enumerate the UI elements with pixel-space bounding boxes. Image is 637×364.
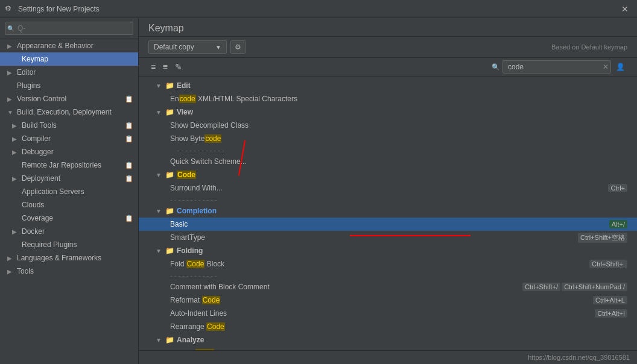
km-item-quick-switch[interactable]: Quick Switch Scheme... <box>139 155 637 168</box>
url-text: https://blog.csdn.net/qq_39816581 <box>528 354 630 361</box>
arrow-spacer <box>12 202 19 209</box>
search-icon: 🔍 <box>492 63 500 71</box>
arrow-icon: ▶ <box>12 228 19 235</box>
sidebar-item-label: Appearance & Behavior <box>17 42 93 50</box>
km-item-surround-with[interactable]: Surround With... Ctrl+ <box>139 181 637 195</box>
arrow-icon: ▶ <box>12 149 19 155</box>
sidebar-item-build-tools[interactable]: ▶ Build Tools 📋 <box>0 119 138 132</box>
arrow-spacer <box>12 56 19 63</box>
sidebar-item-label: Docker <box>22 227 45 236</box>
panel-header: Keymap <box>139 18 637 37</box>
arrow-icon: ▶ <box>7 268 14 275</box>
sidebar-item-appearance[interactable]: ▶ Appearance & Behavior <box>0 39 138 52</box>
arrow-icon: ▶ <box>12 122 19 129</box>
sidebar-item-languages[interactable]: ▶ Languages & Frameworks <box>0 251 138 265</box>
km-group-completion[interactable]: ▼ 📁 Completion <box>139 204 637 218</box>
sidebar-item-remote-jar[interactable]: Remote Jar Repositories 📋 <box>0 158 138 172</box>
sidebar-item-label: Coverage <box>22 214 53 222</box>
km-shortcut-comment1: Ctrl+Shift+/ <box>522 283 560 291</box>
arrow-down-icon: ▼ <box>156 83 164 89</box>
km-shortcut-smarttype: Ctrl+Shift+空格 <box>578 233 627 243</box>
expand-all-button[interactable]: ≡ <box>160 61 170 73</box>
sidebar-item-docker[interactable]: ▶ Docker <box>0 225 138 238</box>
km-label: Edit <box>177 81 627 90</box>
km-item-reformat[interactable]: Reformat Code Ctrl+Alt+L <box>139 293 637 307</box>
keymap-dropdown-value: Default copy <box>154 43 194 51</box>
km-item-rearrange[interactable]: Rearrange Code <box>139 320 637 333</box>
copy-icon: 📋 <box>125 215 133 222</box>
km-shortcut: Ctrl+ <box>608 184 627 192</box>
folder-icon: 📁 <box>165 246 174 255</box>
sidebar-item-clouds[interactable]: Clouds <box>0 198 138 212</box>
km-item-smarttype[interactable]: SmartType Ctrl+Shift+空格 <box>139 231 637 244</box>
sidebar-item-label: Required Plugins <box>22 240 77 249</box>
km-divider-3: - - - - - - - - - - - - <box>139 271 637 280</box>
sidebar-item-label: Languages & Frameworks <box>17 254 101 262</box>
collapse-all-button[interactable]: ≡ <box>148 61 158 73</box>
sidebar-item-label: Build Tools <box>22 121 57 130</box>
km-label: Comment with Block Comment <box>170 283 520 291</box>
gear-button[interactable]: ⚙ <box>230 40 246 54</box>
km-group-analyze[interactable]: ▼ 📁 Analyze <box>139 333 637 347</box>
km-item-show-bytecode[interactable]: Show Bytecode <box>139 132 637 145</box>
km-label: Show Bytecode <box>170 134 627 143</box>
sidebar-item-required-plugins[interactable]: Required Plugins <box>0 238 138 251</box>
search-clear-button[interactable]: ✕ <box>603 63 609 71</box>
km-label: Completion <box>177 207 627 215</box>
km-item-auto-indent[interactable]: Auto-Indent Lines Ctrl+Alt+I <box>139 307 637 320</box>
km-item-basic[interactable]: Basic Alt+/ <box>139 218 637 231</box>
km-shortcut-indent: Ctrl+Alt+I <box>595 309 627 318</box>
highlight-code: code <box>204 134 221 143</box>
sidebar-item-label: Build, Execution, Deployment <box>17 108 112 116</box>
search-right: 🔍 ✕ 👤 <box>492 60 627 74</box>
km-group-folding[interactable]: ▼ 📁 Folding <box>139 244 637 257</box>
folder-icon: 📁 <box>165 171 174 179</box>
sidebar-item-keymap[interactable]: Keymap <box>0 52 138 66</box>
copy-icon: 📋 <box>125 162 133 169</box>
sidebar-item-compiler[interactable]: ▶ Compiler 📋 <box>0 132 138 145</box>
sidebar-item-coverage[interactable]: Coverage 📋 <box>0 212 138 225</box>
km-group-view[interactable]: ▼ 📁 View <box>139 105 637 119</box>
arrow-down-icon: ▼ <box>156 337 164 344</box>
keymap-list: ▼ 📁 Edit Encode XML/HTML Special Charact… <box>139 77 637 350</box>
km-item-comment-block[interactable]: Comment with Block Comment Ctrl+Shift+/ … <box>139 280 637 293</box>
sidebar-item-debugger[interactable]: ▶ Debugger <box>0 145 138 158</box>
arrow-down-icon: ▼ <box>156 172 164 178</box>
folder-icon: 📁 <box>165 336 174 344</box>
sidebar-search-input[interactable] <box>5 22 133 35</box>
edit-button[interactable]: ✎ <box>173 61 185 73</box>
km-shortcut-reformat: Ctrl+Alt+L <box>593 296 627 304</box>
km-label: Quick Switch Scheme... <box>170 157 627 166</box>
km-label: Code <box>177 171 627 179</box>
sidebar-item-label: Plugins <box>17 81 40 90</box>
highlight-code: Code <box>186 260 205 268</box>
km-group-code[interactable]: ▼ 📁 Code <box>139 168 637 181</box>
chevron-down-icon: ▼ <box>215 44 221 51</box>
folder-icon: 📁 <box>165 207 174 215</box>
km-group-edit[interactable]: ▼ 📁 Edit <box>139 79 637 92</box>
sidebar-item-editor[interactable]: ▶ Editor <box>0 66 138 79</box>
arrow-spacer <box>12 189 19 195</box>
sidebar-item-build-execution[interactable]: ▼ Build, Execution, Deployment <box>0 105 138 119</box>
close-button[interactable]: ✕ <box>618 3 632 15</box>
keymap-dropdown[interactable]: Default copy ▼ <box>148 40 227 54</box>
highlight-code: Code <box>177 171 196 179</box>
km-label: Surround With... <box>170 184 606 192</box>
sidebar-item-deployment[interactable]: ▶ Deployment 📋 <box>0 172 138 185</box>
sidebar-item-plugins[interactable]: Plugins <box>0 79 138 92</box>
km-item-show-decompiled[interactable]: Show Decompiled Class <box>139 119 637 132</box>
km-item-fold-code[interactable]: Fold Code Block Ctrl+Shift+. <box>139 257 637 271</box>
based-on-label: Based on Default keymap <box>551 43 627 51</box>
copy-icon: 📋 <box>125 135 133 143</box>
sidebar-item-tools[interactable]: ▶ Tools <box>0 265 138 278</box>
sidebar-item-label: Application Servers <box>22 187 84 196</box>
keymap-search-input[interactable] <box>502 60 611 74</box>
search-options-button[interactable]: 👤 <box>613 61 627 72</box>
sidebar-item-version-control[interactable]: ▶ Version Control 📋 <box>0 92 138 105</box>
km-label: Rearrange Code <box>170 322 627 331</box>
arrow-spacer <box>12 162 19 169</box>
window-title: Settings for New Projects <box>18 5 618 13</box>
km-item-encode-xml[interactable]: Encode XML/HTML Special Characters <box>139 92 637 105</box>
sidebar-item-app-servers[interactable]: Application Servers <box>0 185 138 198</box>
title-bar: ⚙ Settings for New Projects ✕ <box>0 0 637 18</box>
